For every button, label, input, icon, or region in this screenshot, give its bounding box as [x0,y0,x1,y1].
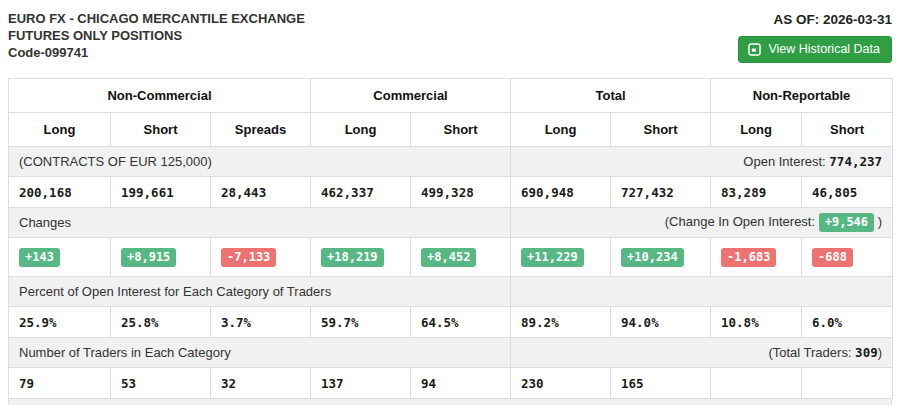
report-title-block: EURO FX - CHICAGO MERCANTILE EXCHANGE FU… [8,10,305,61]
change-badge: +18,219 [321,248,384,267]
change-badge: +10,234 [621,248,684,267]
total-traders-cell: (Total Traders: 309) [511,338,893,368]
contracts-label: (CONTRACTS OF EUR 125,000) [9,147,511,177]
traders-cell: 53 [111,368,211,399]
as-of-date: AS OF: 2026-03-31 [738,12,892,27]
change-cell: +8,915 [111,238,211,277]
change-open-interest-cell: (Change In Open Interest: +9,546 ) [511,208,893,238]
traders-label-row: Number of Traders in Each Category (Tota… [9,338,893,368]
view-historical-data-button[interactable]: View Historical Data [738,36,892,63]
position-cell: 83,289 [711,177,802,208]
change-cell: -7,133 [211,238,311,277]
change-oi-prefix: (Change In Open Interest: [665,214,819,229]
percent-cell: 94.0% [611,307,711,338]
total-traders-value: 309 [855,345,878,360]
position-cell: 727,432 [611,177,711,208]
traders-cell: 79 [9,368,111,399]
traders-label: Number of Traders in Each Category [9,338,511,368]
report-type-title: FUTURES ONLY POSITIONS [8,27,305,44]
col-nonrep-long: Long [711,113,802,147]
percent-cell: 6.0% [802,307,893,338]
position-cell: 46,805 [802,177,893,208]
header-right: AS OF: 2026-03-31 View Historical Data [738,10,892,63]
traders-cell [711,368,802,399]
percent-cell: 64.5% [411,307,511,338]
change-oi-suffix: ) [874,214,882,229]
change-badge: +11,229 [521,248,584,267]
percent-cell: 10.8% [711,307,802,338]
change-oi-badge: +9,546 [819,213,874,232]
change-cell: +11,229 [511,238,611,277]
positions-row: 200,168 199,661 28,443 462,337 499,328 6… [9,177,893,208]
position-cell: 499,328 [411,177,511,208]
percent-label: Percent of Open Interest for Each Catego… [9,277,511,307]
traders-cell: 32 [211,368,311,399]
contract-code: Code-099741 [8,44,305,61]
col-noncomm-spreads: Spreads [211,113,311,147]
percent-label-spacer [511,277,893,307]
group-commercial: Commercial [311,79,511,113]
next-section-strip [8,399,892,405]
change-cell: -1,683 [711,238,802,277]
report-header: EURO FX - CHICAGO MERCANTILE EXCHANGE FU… [0,0,900,76]
percent-cell: 59.7% [311,307,411,338]
change-cell: +8,452 [411,238,511,277]
col-nonrep-short: Short [802,113,893,147]
change-cell: +10,234 [611,238,711,277]
traders-cell [802,368,893,399]
col-comm-long: Long [311,113,411,147]
position-cell: 690,948 [511,177,611,208]
traders-cell: 94 [411,368,511,399]
col-total-long: Long [511,113,611,147]
cot-table: Non-Commercial Commercial Total Non-Repo… [8,78,893,399]
traders-cell: 165 [611,368,711,399]
changes-row: +143 +8,915 -7,133 +18,219 +8,452 +11,22… [9,238,893,277]
change-badge: -1,683 [721,248,776,267]
traders-cell: 230 [511,368,611,399]
position-cell: 199,661 [111,177,211,208]
open-interest-label: Open Interest: [743,154,829,169]
cot-report-page: EURO FX - CHICAGO MERCANTILE EXCHANGE FU… [0,0,900,405]
change-badge: +143 [19,248,60,267]
col-noncomm-long: Long [9,113,111,147]
open-interest-cell: Open Interest: 774,237 [511,147,893,177]
group-non-reportable: Non-Reportable [711,79,893,113]
col-comm-short: Short [411,113,511,147]
percent-cell: 3.7% [211,307,311,338]
position-cell: 462,337 [311,177,411,208]
history-button-label: View Historical Data [768,42,880,56]
column-header-row: Long Short Spreads Long Short Long Short… [9,113,893,147]
group-total: Total [511,79,711,113]
total-traders-suffix: ) [878,345,882,360]
percent-cell: 25.8% [111,307,211,338]
group-non-commercial: Non-Commercial [9,79,311,113]
changes-label: Changes [9,208,511,238]
change-badge: -688 [812,248,853,267]
exchange-title: EURO FX - CHICAGO MERCANTILE EXCHANGE [8,10,305,27]
open-interest-value: 774,237 [829,154,882,169]
traders-row: 79 53 32 137 94 230 165 [9,368,893,399]
calendar-history-icon [748,43,761,56]
col-noncomm-short: Short [111,113,211,147]
position-cell: 200,168 [9,177,111,208]
change-badge: +8,915 [121,248,176,267]
change-cell: +143 [9,238,111,277]
change-badge: -7,133 [221,248,276,267]
change-cell: -688 [802,238,893,277]
total-traders-prefix: (Total Traders: [768,345,855,360]
change-badge: +8,452 [421,248,476,267]
changes-label-row: Changes (Change In Open Interest: +9,546… [9,208,893,238]
percent-cell: 89.2% [511,307,611,338]
percents-row: 25.9% 25.8% 3.7% 59.7% 64.5% 89.2% 94.0%… [9,307,893,338]
percent-cell: 25.9% [9,307,111,338]
traders-cell: 137 [311,368,411,399]
contracts-label-row: (CONTRACTS OF EUR 125,000) Open Interest… [9,147,893,177]
percent-label-row: Percent of Open Interest for Each Catego… [9,277,893,307]
change-cell: +18,219 [311,238,411,277]
position-cell: 28,443 [211,177,311,208]
group-header-row: Non-Commercial Commercial Total Non-Repo… [9,79,893,113]
col-total-short: Short [611,113,711,147]
